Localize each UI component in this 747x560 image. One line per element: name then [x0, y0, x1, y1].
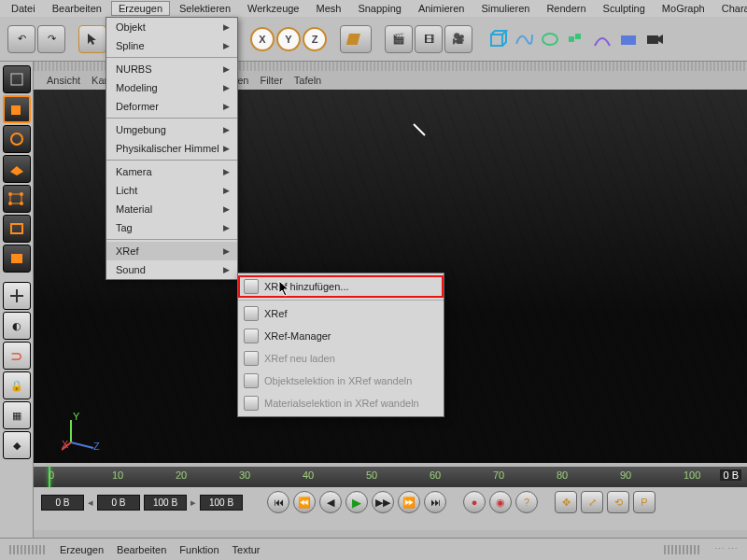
goto-end-button[interactable]: ⏭: [424, 491, 446, 513]
locked-tool[interactable]: 🔒: [3, 371, 31, 399]
cube-primitive[interactable]: [486, 27, 510, 51]
menu-separator: [106, 57, 237, 58]
autokey-button[interactable]: ◉: [489, 491, 512, 513]
menu-item-xref[interactable]: XRef▶: [106, 242, 237, 260]
axis-gizmo[interactable]: Y Z X: [62, 411, 103, 452]
panel-grip-bottom[interactable]: [9, 545, 47, 554]
bottom-menu-funktion[interactable]: Funktion: [179, 544, 218, 555]
texture-mode[interactable]: [3, 125, 31, 153]
prev-key-button[interactable]: ⏪: [293, 491, 316, 513]
timeline-tick: 20: [176, 469, 187, 481]
menu-item-spline[interactable]: Spline▶: [106, 36, 237, 55]
menu-item-modeling[interactable]: Modeling▶: [106, 78, 237, 97]
bottom-menu-textur[interactable]: Textur: [233, 544, 261, 555]
model-mode[interactable]: [3, 95, 31, 123]
record-button[interactable]: ●: [463, 491, 486, 513]
bottom-menu-erzeugen[interactable]: Erzeugen: [60, 544, 104, 555]
render-region[interactable]: 🎞: [415, 25, 443, 53]
submenu-item-xref-hinzuf-gen-[interactable]: XRef hinzufügen...: [238, 275, 444, 298]
menubar-item-selektieren[interactable]: Selektieren: [172, 1, 238, 16]
menu-separator: [106, 118, 237, 119]
edge-mode[interactable]: [3, 215, 31, 243]
menubar-item-sculpting[interactable]: Sculpting: [596, 1, 653, 16]
point-mode[interactable]: [3, 185, 31, 213]
array-primitive[interactable]: [564, 27, 588, 51]
deformer-primitive[interactable]: [590, 27, 614, 51]
menubar-item-simulieren[interactable]: Simulieren: [473, 1, 537, 16]
poly-mode[interactable]: [3, 245, 31, 273]
menubar-item-bearbeiten[interactable]: Bearbeiten: [45, 1, 109, 16]
goto-start-button[interactable]: ⏮: [267, 491, 289, 513]
submenu-item-xref[interactable]: XRef: [238, 302, 444, 325]
menu-item-licht[interactable]: Licht▶: [106, 181, 237, 200]
frame-end[interactable]: 100 B: [200, 495, 243, 511]
menubar-item-mograph[interactable]: MoGraph: [655, 1, 712, 16]
select-tool[interactable]: [78, 25, 106, 53]
timeline-tick: 90: [620, 469, 631, 481]
frame-range-end[interactable]: 100 B: [144, 495, 187, 511]
workplane-mode[interactable]: [3, 155, 31, 183]
submenu-item-icon: [244, 306, 259, 321]
menu-item-tag[interactable]: Tag▶: [106, 218, 237, 237]
frame-start[interactable]: 0 B: [41, 495, 84, 511]
menu-item-umgebung[interactable]: Umgebung▶: [106, 120, 237, 139]
magnet-tool[interactable]: ⊃: [3, 342, 31, 370]
menu-item-sound[interactable]: Sound▶: [106, 260, 237, 279]
play-button[interactable]: ▶: [345, 491, 368, 513]
submenu-item-icon: [244, 329, 259, 343]
axis-x-button[interactable]: X: [250, 27, 275, 51]
menubar-item-snapping[interactable]: Snapping: [350, 1, 409, 16]
svg-line-17: [414, 124, 425, 135]
keyopts-button[interactable]: ?: [515, 491, 538, 513]
key-rot-button[interactable]: ⟲: [607, 491, 629, 513]
undo-button[interactable]: ↶: [7, 25, 35, 53]
make-editable[interactable]: [3, 65, 31, 93]
play-fwd-button[interactable]: ▶▶: [372, 491, 394, 513]
menubar-item-rendern[interactable]: Rendern: [539, 1, 593, 16]
nurbs-primitive[interactable]: [538, 27, 562, 51]
key-param-button[interactable]: P: [633, 491, 655, 513]
menubar-item-datei[interactable]: Datei: [4, 1, 43, 16]
render-view[interactable]: 🎬: [385, 25, 413, 53]
axis-y-button[interactable]: Y: [276, 27, 301, 51]
panel-grip-bottom-right[interactable]: [664, 545, 701, 554]
menubar-item-erzeugen[interactable]: Erzeugen: [111, 1, 170, 16]
env-primitive[interactable]: [616, 27, 641, 51]
axis-z-button[interactable]: Z: [303, 27, 327, 51]
axis-mode[interactable]: [3, 282, 31, 310]
coord-system[interactable]: [340, 25, 372, 53]
viewport-menu-filter[interactable]: Filter: [260, 75, 282, 86]
timeline-tick: 50: [366, 469, 377, 481]
viewport-menu-ansicht[interactable]: Ansicht: [47, 75, 80, 86]
submenu-item-icon: [244, 373, 259, 388]
key-pos-button[interactable]: ✥: [555, 491, 577, 513]
redo-button[interactable]: ↷: [37, 25, 65, 53]
submenu-item-icon: [244, 351, 259, 366]
submenu-item-xref-manager[interactable]: XRef-Manager: [238, 325, 444, 347]
viewport-solo[interactable]: ◐: [3, 312, 31, 340]
menubar-item-animieren[interactable]: Animieren: [411, 1, 472, 16]
erzeugen-menu: Objekt▶Spline▶NURBS▶Modeling▶Deformer▶Um…: [106, 17, 238, 280]
grid-tool[interactable]: ▦: [3, 401, 31, 429]
menu-item-physikalischer-himmel[interactable]: Physikalischer Himmel▶: [106, 139, 237, 158]
frame-range-start[interactable]: 0 B: [97, 495, 140, 511]
viewport-menu-tafeln[interactable]: Tafeln: [294, 75, 321, 86]
timeline-ruler[interactable]: 01020304050607080901000 B: [34, 467, 747, 487]
timeline-tick: 10: [112, 469, 123, 481]
play-back-button[interactable]: ◀: [319, 491, 342, 513]
menu-item-objekt[interactable]: Objekt▶: [106, 18, 237, 36]
menubar-item-charak[interactable]: Charak: [714, 1, 747, 16]
render-settings[interactable]: 🎥: [444, 25, 472, 53]
misc-tool[interactable]: ◆: [3, 431, 31, 459]
next-key-button[interactable]: ⏩: [398, 491, 420, 513]
menu-item-nurbs[interactable]: NURBS▶: [106, 60, 237, 78]
spline-primitive[interactable]: [512, 27, 536, 51]
menubar-item-werkzeuge[interactable]: Werkzeuge: [240, 1, 306, 16]
menu-item-kamera[interactable]: Kamera▶: [106, 162, 237, 181]
camera-primitive[interactable]: [642, 27, 667, 51]
menubar-item-mesh[interactable]: Mesh: [308, 1, 348, 16]
key-scale-button[interactable]: ⤢: [581, 491, 603, 513]
bottom-menu-bearbeiten[interactable]: Bearbeiten: [117, 544, 166, 555]
menu-item-material[interactable]: Material▶: [106, 200, 237, 218]
menu-item-deformer[interactable]: Deformer▶: [106, 97, 237, 116]
